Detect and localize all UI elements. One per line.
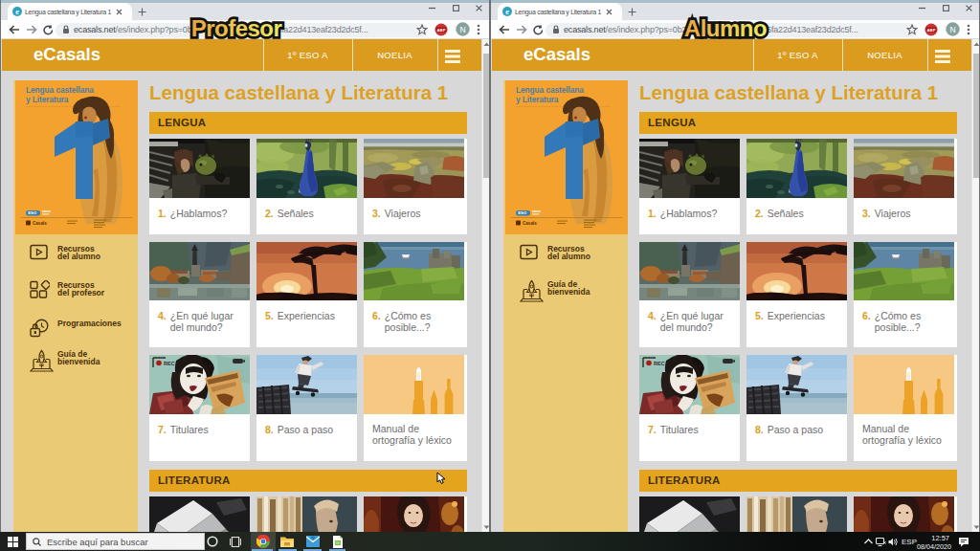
svg-text:ABP: ABP	[437, 28, 446, 33]
svg-text:y Literatura: y Literatura	[26, 95, 69, 104]
svg-text:e: e	[505, 8, 509, 16]
svg-text:Casals: Casals	[523, 221, 537, 226]
svg-text:ESO: ESO	[28, 210, 37, 215]
svg-text:Profesor: Profesor	[191, 15, 282, 41]
svg-text:N: N	[949, 25, 955, 34]
svg-text:REC: REC	[164, 361, 175, 366]
svg-text:Lengua castellana: Lengua castellana	[516, 85, 584, 95]
svg-text:ESO: ESO	[518, 210, 527, 215]
svg-text:e: e	[15, 8, 19, 16]
svg-text:Alumno: Alumno	[684, 15, 767, 41]
svg-text:y Literatura: y Literatura	[516, 95, 559, 104]
svg-text:Casals: Casals	[33, 221, 47, 226]
svg-text:ABP: ABP	[927, 28, 936, 33]
svg-text:N: N	[459, 25, 465, 34]
svg-text:Lengua castellana: Lengua castellana	[26, 85, 94, 95]
svg-text:REC: REC	[654, 361, 665, 366]
svg-text:IG: IG	[336, 541, 340, 545]
